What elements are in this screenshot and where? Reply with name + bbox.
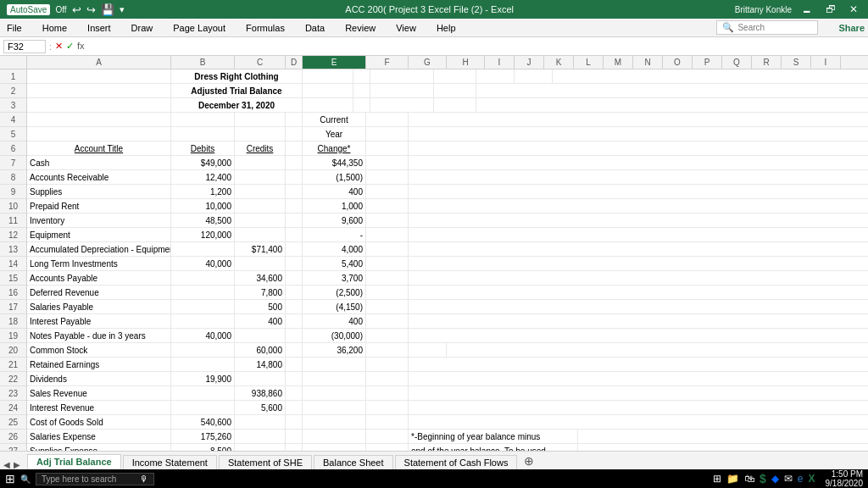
cell-d8[interactable] bbox=[286, 170, 303, 184]
col-header-b[interactable]: B bbox=[171, 56, 235, 69]
menu-review[interactable]: Review bbox=[342, 21, 379, 35]
cell-d16[interactable] bbox=[286, 286, 303, 299]
cell-c19[interactable] bbox=[235, 329, 286, 342]
col-header-n[interactable]: N bbox=[633, 56, 663, 69]
cell-b16[interactable] bbox=[171, 286, 235, 299]
next-sheet-icon[interactable]: ▶ bbox=[14, 460, 20, 469]
taskbar-windows-icon[interactable]: ⊞ bbox=[713, 473, 721, 485]
cell-a17[interactable]: Salaries Payable bbox=[27, 300, 171, 313]
cell-b20[interactable] bbox=[171, 343, 235, 357]
cell-e13[interactable]: 4,000 bbox=[303, 242, 366, 256]
cell-a6[interactable]: Account Title bbox=[27, 141, 171, 155]
tab-statement-of-cash-flows[interactable]: Statement of Cash Flows bbox=[395, 455, 518, 469]
row-num-4[interactable]: 4 bbox=[0, 113, 26, 127]
cell-a27[interactable]: Supplies Expense bbox=[27, 444, 171, 451]
col-header-s[interactable]: S bbox=[782, 56, 811, 69]
cell-a18[interactable]: Interest Payable bbox=[27, 314, 171, 328]
cell-c13[interactable]: $71,400 bbox=[235, 242, 286, 256]
row-num-16[interactable]: 16 bbox=[0, 286, 26, 300]
row-num-3[interactable]: 3 bbox=[0, 98, 26, 113]
cell-d10[interactable] bbox=[286, 199, 303, 213]
cell-a7[interactable]: Cash bbox=[27, 156, 171, 169]
cell-b6[interactable]: Debits bbox=[171, 141, 235, 155]
row-num-10[interactable]: 10 bbox=[0, 199, 26, 214]
cell-f7[interactable] bbox=[366, 156, 409, 169]
col-header-t[interactable]: I bbox=[811, 56, 841, 69]
cell-c21[interactable]: 14,800 bbox=[235, 358, 286, 371]
cell-e27[interactable] bbox=[303, 444, 366, 451]
cell-e18[interactable]: 400 bbox=[303, 314, 366, 328]
formula-input[interactable] bbox=[88, 42, 865, 52]
cell-f14[interactable] bbox=[366, 257, 409, 270]
col-header-j[interactable]: J bbox=[515, 56, 544, 69]
cell-e26[interactable] bbox=[303, 430, 366, 443]
cell-a26[interactable]: Salaries Expense bbox=[27, 430, 171, 443]
cell-f16[interactable] bbox=[366, 286, 409, 299]
cell-f27[interactable] bbox=[366, 444, 409, 451]
row-num-9[interactable]: 9 bbox=[0, 185, 26, 199]
insert-function-icon[interactable]: fx bbox=[77, 41, 85, 52]
cell-b7[interactable]: $49,000 bbox=[171, 156, 235, 169]
cell-a4[interactable] bbox=[27, 113, 171, 126]
row-num-2[interactable]: 2 bbox=[0, 84, 26, 98]
row-num-11[interactable]: 11 bbox=[0, 214, 26, 228]
cell-a9[interactable]: Supplies bbox=[27, 185, 171, 198]
cell-a19[interactable]: Notes Payable - due in 3 years bbox=[27, 329, 171, 342]
cell-a13[interactable]: Accumulated Depreciation - Equipment bbox=[27, 242, 171, 256]
cell-e8[interactable]: (1,500) bbox=[303, 170, 366, 184]
taskbar-excel-icon[interactable]: X bbox=[808, 473, 815, 485]
row-num-1[interactable]: 1 bbox=[0, 69, 26, 84]
cell-a8[interactable]: Accounts Receivable bbox=[27, 170, 171, 184]
col-header-q[interactable]: Q bbox=[722, 56, 752, 69]
cell-b13[interactable] bbox=[171, 242, 235, 256]
cell-a12[interactable]: Equipment bbox=[27, 228, 171, 241]
menu-insert[interactable]: Insert bbox=[84, 21, 114, 35]
cell-c25[interactable] bbox=[235, 415, 286, 429]
cell-b4[interactable] bbox=[171, 113, 235, 126]
cell-d26[interactable] bbox=[286, 430, 303, 443]
cell-f12[interactable] bbox=[366, 228, 409, 241]
menu-data[interactable]: Data bbox=[302, 21, 328, 35]
cell-e7[interactable]: $44,350 bbox=[303, 156, 366, 169]
cell-e22[interactable] bbox=[303, 372, 366, 385]
cell-f1[interactable] bbox=[434, 69, 476, 83]
cell-c23[interactable]: 938,860 bbox=[235, 386, 286, 400]
row-num-22[interactable]: 22 bbox=[0, 372, 26, 386]
row-num-8[interactable]: 8 bbox=[0, 170, 26, 185]
taskbar-search[interactable]: Type here to search 🎙 bbox=[36, 473, 154, 485]
cell-h1[interactable] bbox=[515, 69, 553, 83]
cell-b1[interactable]: Dress Right Clothing bbox=[171, 69, 303, 83]
cell-a24[interactable]: Interest Revenue bbox=[27, 401, 171, 414]
col-header-m[interactable]: M bbox=[604, 56, 633, 69]
search-box[interactable]: 🔍 Search bbox=[716, 20, 818, 35]
cell-c10[interactable] bbox=[235, 199, 286, 213]
col-header-h[interactable]: H bbox=[447, 56, 485, 69]
col-header-f[interactable]: F bbox=[366, 56, 409, 69]
col-header-g[interactable]: G bbox=[409, 56, 447, 69]
cell-c9[interactable] bbox=[235, 185, 286, 198]
cell-a22[interactable]: Dividends bbox=[27, 372, 171, 385]
row-num-5[interactable]: 5 bbox=[0, 127, 26, 141]
cell-b26[interactable]: 175,260 bbox=[171, 430, 235, 443]
cell-b3[interactable]: December 31, 2020 bbox=[171, 98, 303, 112]
row-num-6[interactable]: 6 bbox=[0, 141, 26, 156]
save-icon[interactable]: 💾 bbox=[101, 3, 114, 16]
row-num-21[interactable]: 21 bbox=[0, 358, 26, 372]
cell-d12[interactable] bbox=[286, 228, 303, 241]
col-header-d[interactable]: D bbox=[286, 56, 303, 69]
row-num-23[interactable]: 23 bbox=[0, 386, 26, 401]
cell-f5[interactable] bbox=[366, 127, 409, 141]
taskbar-file-icon[interactable]: 📁 bbox=[726, 473, 739, 485]
cell-d19[interactable] bbox=[286, 329, 303, 342]
cell-f15[interactable] bbox=[366, 271, 409, 285]
cell-b17[interactable] bbox=[171, 300, 235, 313]
cell-b9[interactable]: 1,200 bbox=[171, 185, 235, 198]
cell-e6[interactable]: Change* bbox=[303, 141, 366, 155]
cell-reference[interactable] bbox=[3, 40, 46, 53]
cell-b8[interactable]: 12,400 bbox=[171, 170, 235, 184]
row-num-12[interactable]: 12 bbox=[0, 228, 26, 242]
cell-d27[interactable] bbox=[286, 444, 303, 451]
cell-b23[interactable] bbox=[171, 386, 235, 400]
cell-d24[interactable] bbox=[286, 401, 303, 414]
cell-d13[interactable] bbox=[286, 242, 303, 256]
